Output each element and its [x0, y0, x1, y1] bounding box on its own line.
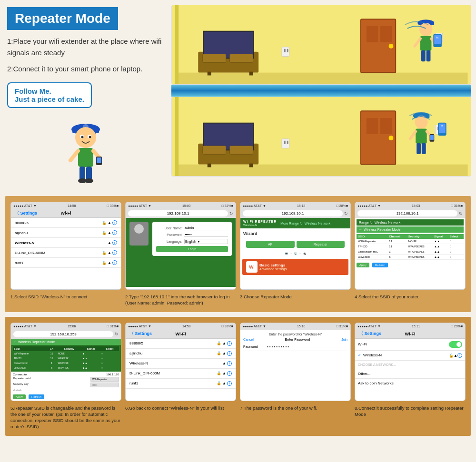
status-battery-6: □ 33%■ [222, 324, 233, 328]
back-btn-8[interactable]: 〈 Settings [359, 331, 381, 337]
step-icon-router: 🔌 [303, 252, 306, 255]
ssid-sel-3[interactable]: ○ [448, 249, 464, 255]
choose-network-label: CHOOSE A NETWORK... [355, 361, 465, 369]
ssid-name-2: TP-520 [357, 244, 387, 249]
status-signal-2: ●●●●● AT&T ▼ [128, 204, 151, 207]
wifi-title-1: Wi-Fi [61, 211, 71, 216]
password-input-login[interactable]: •••••• [184, 232, 228, 237]
rep-ssid-row-4[interactable]: Lenvi-3008 6 WPA/PSK ▲▲ ○ [13, 365, 119, 370]
svg-text:M: M [441, 125, 443, 128]
wifi-item-1d[interactable]: D-Link_DIR-600M 🔒▲i [11, 248, 121, 258]
wifi-item-6e[interactable]: runf1 🔒▲i [126, 379, 236, 389]
svg-rect-27 [230, 54, 253, 63]
status-bar-2: ●●●●● AT&T ▼ 15:00 □ 32%■ [126, 202, 236, 209]
basic-settings-bar[interactable]: Wi Basic settings Advanced settings [242, 259, 348, 275]
apply-button[interactable]: Apply [357, 263, 369, 267]
ssid-row-2[interactable]: TP-520 11 WPA/PSK/AES ▲▲ ○ [357, 244, 464, 249]
wifi-connected-item[interactable]: ✓ Wireless-N 🔒▲i [355, 351, 465, 361]
login-button[interactable]: Login [156, 246, 228, 252]
password-field-value[interactable]: •••••••••• [267, 344, 290, 349]
wifi-item-6b[interactable]: aijinchu 🔒▲i [126, 349, 236, 359]
wifi-item-6a[interactable]: 88868/5 🔒▲i [126, 339, 236, 349]
ssid-sel-2[interactable]: ○ [448, 244, 464, 249]
ssid-ch-4: 6 [387, 255, 407, 260]
reload-icon-3[interactable]: ↻ [344, 211, 348, 216]
svg-rect-51 [175, 97, 178, 176]
login-screen-2: User Name: admin Password: •••••• Langua… [126, 218, 236, 287]
url-text-5[interactable]: 192.168.10.253 [13, 331, 113, 337]
username-input[interactable]: admin [184, 226, 228, 230]
caption-step-6: 6.Go back to connect "Wireless-N" in you… [125, 405, 236, 430]
ssid-sel-4[interactable]: ○ [448, 255, 464, 260]
reload-icon-5[interactable]: ↻ [115, 332, 119, 336]
wifi-item-1e[interactable]: runf1 🔒▲i [11, 258, 121, 268]
url-text-2[interactable]: 192.168.10.1 [128, 210, 228, 216]
ssid-sig-3: ▲▲ [433, 249, 448, 255]
repeater-config-header: ← Wireless Repeater Mode [11, 339, 121, 345]
back-arrow-5[interactable]: ← [13, 340, 17, 344]
ssid-name-1: WiFi-Repeater [357, 239, 387, 244]
wifi-toggle[interactable] [449, 341, 462, 348]
wireless-repeater-mode-bar: ← Wireless Repeater Mode [357, 226, 464, 233]
language-label: Language: [156, 240, 182, 243]
back-arrow-4[interactable]: ← [359, 228, 362, 231]
rep-ssid-row-2[interactable]: TP-520 11 WPA/PSK ▲▲ ○ [13, 356, 119, 361]
password-field-row: Password •••••••••• [243, 343, 347, 351]
wifi-icon-1a: ▲ [108, 221, 111, 225]
language-select[interactable]: English ▼ [184, 239, 228, 244]
security-key-field[interactable]: •••••• [90, 383, 119, 387]
apply-button-5[interactable]: Apply [13, 394, 26, 399]
reload-icon-2[interactable]: ↻ [229, 211, 233, 216]
status-bar-5: ●●●●● AT&T ▼ 15:06 □ 31%■ [11, 323, 121, 330]
status-time-8: 15:11 [412, 324, 420, 328]
url-text-4[interactable]: 192.168.10.1 [357, 210, 457, 216]
ssid-row-1[interactable]: WiFi-Repeater 11 NONE ▲▲ ○ [357, 239, 464, 244]
rep-ssid-col: SSID [13, 346, 46, 351]
refresh-button[interactable]: Refresh [372, 263, 388, 267]
ssid-sec-3: WPA/PSK/AES [407, 249, 433, 255]
ssid-row-4[interactable]: Lenvi-3008 6 WPA/PSK/AES ▲▲ ○ [357, 255, 464, 260]
wifi-item-1b[interactable]: aijinchu 🔒▲i [11, 228, 121, 238]
password-label-login: Password: [156, 233, 182, 236]
repeater-mode-btn[interactable]: Repeater [297, 241, 345, 248]
rep-ch-col: Ch [46, 346, 57, 351]
status-signal-1: ●●●●● AT&T ▼ [13, 204, 37, 207]
other-network-item[interactable]: Other... [355, 369, 465, 379]
wifi-item-1a[interactable]: 88868/5 🔒▲i [11, 218, 121, 228]
wifi-item-1c[interactable]: Wireless-N ▲i [11, 238, 121, 248]
wifi-item-6c[interactable]: Wireless-N ▲i [126, 359, 236, 369]
svg-rect-19 [175, 5, 178, 84]
wifi-icon-large: Wi [248, 263, 256, 271]
wave-divider [171, 85, 471, 97]
status-signal-6: ●●●●● AT&T ▼ [128, 324, 151, 328]
ap-mode-btn[interactable]: AP [246, 241, 295, 248]
step-captions-row2: 5.Repeater SSID is changeable and the pa… [10, 405, 466, 430]
wifi-item-6d[interactable]: D-Link_DIR-600M 🔒▲i [126, 369, 236, 379]
ssid-sel-1[interactable]: ○ [448, 239, 464, 244]
status-signal-8: ●●●●● AT&T ▼ [357, 324, 381, 328]
repeater-ssid-label: Repeater ssid [13, 377, 30, 382]
back-btn-6[interactable]: 〈 Settings [129, 331, 152, 337]
rep-ssid-row-3[interactable]: ChinaUnicom 1 WPA/PSK ▲▲ ○ [13, 361, 119, 365]
svg-rect-50 [175, 165, 467, 176]
reload-icon-4[interactable]: ↻ [459, 211, 463, 216]
ssid-sig-2: ▲▲ [433, 244, 448, 249]
join-button[interactable]: Join [341, 338, 347, 341]
refresh-button-5[interactable]: Refresh [29, 394, 44, 399]
lock-icon-6e: 🔒 [217, 381, 221, 385]
wifi-icon-6a: ▲ [222, 341, 226, 345]
ask-join-item[interactable]: Ask to Join Networks [355, 379, 465, 388]
wizard-screen-3: Wi Fi REPEATER Wireless-N More Range for… [240, 218, 350, 289]
ssid-name-3: ChinaUnicom-HTC [357, 249, 387, 255]
svg-rect-65 [367, 118, 378, 134]
connected-network-name: Wireless-N [363, 353, 382, 357]
ssid-row-3[interactable]: ChinaUnicom-HTC 1 WPA/PSK/AES ▲▲ ○ [357, 249, 464, 255]
back-btn-1[interactable]: 〈 Settings [15, 210, 37, 216]
svg-rect-18 [175, 73, 467, 84]
cancel-button-7[interactable]: Cancel [243, 338, 254, 341]
wifi-logo-bar: Wi Fi REPEATER Wireless-N More Range for… [240, 218, 350, 228]
url-text-3[interactable]: 192.168.10.1 [243, 210, 343, 216]
lock-icon-6d: 🔒 [217, 371, 221, 375]
repeater-ssid-field[interactable]: Wifi-Repeater [90, 377, 119, 382]
rep-ssid-row-1[interactable]: WiFi-Repeater 11 NONE ▲ ○ [13, 351, 119, 356]
